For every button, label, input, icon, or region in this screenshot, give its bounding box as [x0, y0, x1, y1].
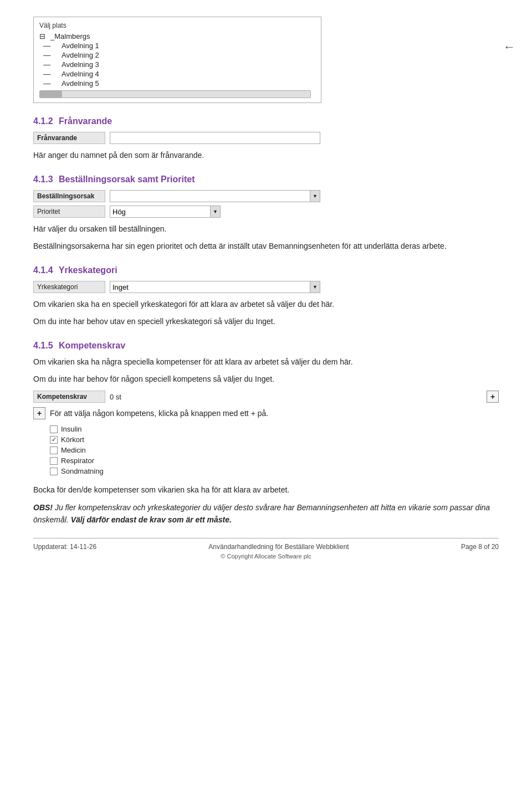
section-413-title: Beställningsorsak samt Prioritet — [59, 175, 195, 184]
section-413-heading: 4.1.3 Beställningsorsak samt Prioritet — [33, 175, 499, 184]
section-414-heading: 4.1.4 Yrkeskategori — [33, 265, 499, 275]
tree-child-node: —Avdelning 2 — [39, 50, 315, 60]
tree-child-node: —Avdelning 1 — [39, 41, 315, 50]
tree-child-label: Avdelning 2 — [62, 51, 99, 59]
tree-children: —Avdelning 1 —Avdelning 2 —Avdelning 3 —… — [39, 41, 315, 88]
tree-indent: ⊟ — [39, 32, 50, 40]
tree-hscroll[interactable] — [39, 90, 311, 98]
kompetenskrav-row: Kompetenskrav 0 st + — [33, 391, 499, 403]
footer-divider — [33, 538, 499, 538]
tree-child-label: Avdelning 3 — [62, 60, 99, 69]
bestallningsorsak-select-wrapper: ▼ — [110, 190, 320, 202]
checkbox-label: Sondmatning — [61, 467, 104, 475]
footer-updated: Uppdaterat: 14-11-26 — [33, 543, 96, 551]
footer-title: Användarhandledning för Beställare Webbk… — [96, 543, 461, 551]
obs-text: OBS! Ju fler kompetenskrav och yrkeskate… — [33, 501, 499, 526]
checkbox-desc: Bocka för den/de kompetenser som vikarie… — [33, 484, 499, 496]
tree-child-label: Avdelning 4 — [62, 70, 99, 78]
section-414-num: 4.1.4 — [33, 265, 53, 275]
checkbox-label: Respirator — [61, 456, 94, 465]
tree-root-label: _Malmbergs — [50, 32, 90, 40]
section-412-title: Frånvarande — [59, 116, 112, 126]
kompetenskrav-count: 0 st — [110, 393, 121, 401]
kompetenskrav-add-button[interactable]: + — [487, 391, 499, 403]
bestallningsorsak-row: Beställningsorsak ▼ — [33, 190, 499, 202]
checkbox-box[interactable] — [50, 457, 58, 465]
section-415-heading: 4.1.5 Kompetenskrav — [33, 341, 499, 351]
bestallningsorsak-desc1: Här väljer du orsaken till beställningen… — [33, 223, 499, 235]
tree-child-node: —Avdelning 4 — [39, 69, 315, 79]
checkbox-box[interactable] — [50, 447, 58, 454]
tree-title: Välj plats — [39, 22, 315, 29]
tree-box: Välj plats ⊟ _Malmbergs —Avdelning 1 —Av… — [33, 17, 321, 103]
yrkeskategori-desc2: Om du inte har behov utav en speciell yr… — [33, 316, 499, 327]
page-content: ← Välj plats ⊟ _Malmbergs —Avdelning 1 —… — [0, 0, 532, 571]
prioritet-label: Prioritet — [33, 206, 105, 218]
tree-scrollbar-row — [39, 90, 315, 98]
checkbox-label: Medicin — [61, 446, 86, 454]
section-412-num: 4.1.2 — [33, 116, 53, 126]
prioritet-dropdown-arrow[interactable]: ▼ — [210, 206, 220, 217]
bestallningsorsak-desc2: Beställningsorsakerna har sin egen prior… — [33, 240, 499, 252]
footer-copyright: © Copyright Allocate Software plc — [33, 553, 499, 560]
bestallningsorsak-label: Beställningsorsak — [33, 190, 105, 202]
franvarande-label: Frånvarande — [33, 132, 105, 144]
section-413-num: 4.1.3 — [33, 175, 53, 184]
section-414-title: Yrkeskategori — [59, 265, 117, 275]
checkbox-list: Insulin ✓ Körkort Medicin Respirator Son… — [50, 425, 499, 475]
checkbox-item: Medicin — [50, 446, 499, 454]
tree-child-node: —Avdelning 3 — [39, 60, 315, 69]
tree-indent2: — — [39, 51, 62, 59]
checkbox-label: Körkort — [61, 435, 84, 444]
tree-child-label: Avdelning 1 — [62, 42, 99, 50]
checkbox-item: ✓ Körkort — [50, 435, 499, 444]
yrkeskategori-row: Yrkeskategori ▼ — [33, 281, 499, 293]
tree-indent2: — — [39, 79, 62, 88]
prioritet-select-wrapper: ▼ — [110, 206, 221, 218]
tree-child-node: —Avdelning 5 — [39, 79, 315, 88]
checkbox-box[interactable]: ✓ — [50, 436, 58, 444]
section-415-num: 4.1.5 — [33, 341, 53, 350]
kompetenskrav-label: Kompetenskrav — [33, 391, 105, 403]
checkbox-item: Respirator — [50, 456, 499, 465]
checkbox-label: Insulin — [61, 425, 82, 433]
franvarande-input[interactable] — [110, 132, 320, 144]
plus-desc-text: För att välja någon kompetens, klicka på… — [50, 409, 268, 418]
tree-hscroll-thumb[interactable] — [40, 91, 62, 98]
tree-child-label: Avdelning 5 — [62, 79, 99, 88]
plus-icon[interactable]: + — [33, 407, 45, 419]
arrow-left-icon: ← — [503, 40, 515, 54]
yrkeskategori-dropdown-arrow[interactable]: ▼ — [310, 281, 320, 293]
footer-page: Page 8 of 20 — [461, 543, 499, 551]
yrkeskategori-select-wrapper: ▼ — [110, 281, 320, 293]
tree-indent2: — — [39, 60, 62, 69]
yrkeskategori-label: Yrkeskategori — [33, 281, 105, 293]
franvarande-desc: Här anger du namnet på den som är frånva… — [33, 150, 499, 161]
bestallningsorsak-input[interactable] — [110, 192, 310, 201]
tree-indent2: — — [39, 70, 62, 78]
checkbox-box[interactable] — [50, 468, 58, 475]
tree-indent2: — — [39, 42, 62, 50]
franvarande-row: Frånvarande — [33, 132, 499, 144]
obs-text3: Välj därför endast de krav som är ett må… — [69, 515, 232, 524]
kompetenskrav-desc2: Om du inte har behov för någon speciell … — [33, 373, 499, 385]
footer: Uppdaterat: 14-11-26 Användarhandledning… — [0, 538, 532, 560]
section-415-title: Kompetenskrav — [59, 341, 125, 350]
yrkeskategori-desc1: Om vikarien ska ha en speciell yrkeskate… — [33, 299, 499, 310]
kompetenskrav-desc1: Om vikarien ska ha några speciella kompe… — [33, 356, 499, 368]
checkbox-item: Insulin — [50, 425, 499, 433]
section-412-heading: 4.1.2 Frånvarande — [33, 116, 499, 126]
footer-row: Uppdaterat: 14-11-26 Användarhandledning… — [33, 543, 499, 551]
checkbox-box[interactable] — [50, 425, 58, 433]
obs-bold: OBS! — [33, 503, 53, 512]
prioritet-input[interactable] — [110, 208, 210, 216]
prioritet-row: Prioritet ▼ — [33, 206, 499, 218]
plus-text-row: + För att välja någon kompetens, klicka … — [33, 407, 499, 419]
tree-root-node: ⊟ _Malmbergs — [39, 32, 315, 41]
yrkeskategori-input[interactable] — [110, 283, 310, 291]
checkbox-item: Sondmatning — [50, 467, 499, 475]
bestallningsorsak-dropdown-arrow[interactable]: ▼ — [310, 191, 320, 202]
